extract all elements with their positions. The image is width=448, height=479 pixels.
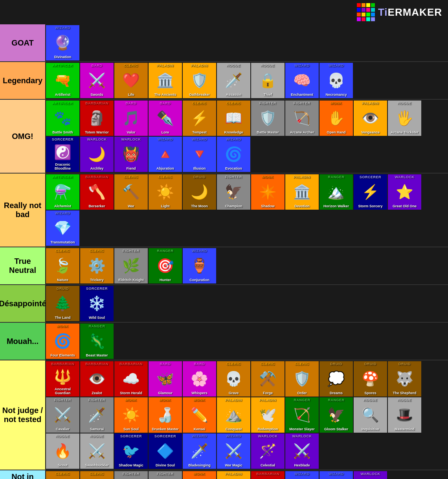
tier-item[interactable]: CLERIC💀Death [80,471,114,479]
tier-item[interactable]: PALADIN⛰️Conquest [217,397,250,433]
item-icon: 🌙 [88,142,106,167]
item-subclass-label: Abjuration [156,167,174,171]
tier-item[interactable]: WIZARD💀Necromancy [319,63,353,98]
tier-item[interactable]: PALADIN🏛️Devotion [285,174,319,210]
tier-item[interactable]: WIZARD⏳Graviturgy [285,471,319,479]
tier-item[interactable]: BARD🦋Glamour [149,361,182,397]
tier-item[interactable]: ROGUE🖐️Arcane Trickster [388,101,421,136]
item-class-label: DRUID [398,362,411,366]
tier-item[interactable]: CLERIC🍃Nature [46,248,79,283]
tier-item[interactable]: CLERIC🛡️Order [285,361,319,397]
tier-item[interactable]: PALADIN🏛️The Ancients [149,63,182,98]
tier-item[interactable]: FIGHTER🦅Champion [217,174,250,210]
tier-item[interactable]: BARBARIAN🛡️Battlerager [251,471,285,479]
tier-item[interactable]: ROGUE🎩Mastermind [388,397,421,433]
tier-item[interactable]: FIGHTER🐉Purple Dragon Knight [114,471,148,479]
item-subclass-label: Battle Master [257,131,279,135]
tier-item[interactable]: WIZARD🔻Illusion [183,137,216,172]
tier-item[interactable]: WARLOCK👤Undying [354,471,387,479]
tier-item[interactable]: WIZARD🗡️Bladesinging [183,433,216,469]
tier-item[interactable]: BARBARIAN👁️Zealot [80,361,114,397]
tier-item[interactable]: FIGHTER🏹Arcane Archer [285,101,319,136]
tier-item[interactable]: MONK✴️Shadow [251,174,285,210]
tier-item[interactable]: WIZARD⏱️Chronurgy [319,471,353,479]
tier-item[interactable]: SORCERER❄️Wild Soul [80,286,114,321]
tier-item[interactable]: RANGER🏹Monster Slayer [285,397,319,433]
tier-item[interactable]: RANGER🎯Hunter [149,248,182,283]
tier-item[interactable]: SORCERER🔷Divine Soul [149,433,182,469]
tier-item[interactable]: CLERIC🔨War [114,174,148,210]
tier-item[interactable]: DRUID🍄Spores [354,361,387,397]
tier-item[interactable]: BARD🌸Whispers [183,361,216,397]
tier-item[interactable]: DRUID🐺The Shepherd [388,361,421,397]
tier-item[interactable]: MONK✏️Kensei [183,397,216,433]
tier-item[interactable]: WARLOCK👹Fiend [114,137,148,172]
tier-item[interactable]: ROGUE🗡️Assassin [217,63,250,98]
tier-item[interactable]: DRUID💭Dreams [319,361,353,397]
item-subclass-label: Storm Herald [120,391,142,395]
tier-item[interactable]: CLERIC🌀Arcana [46,471,79,479]
tier-item[interactable]: BARD✒️Lore [149,101,182,136]
tier-item[interactable]: FIGHTER🌿Eldritch Knight [114,248,148,283]
tier-item[interactable]: PALADIN🕊️Redemption [251,397,285,433]
tier-label-legendary: Legendary [0,62,45,99]
tier-item[interactable]: MONK🌀Four Elements [46,324,79,359]
tier-item[interactable]: MONK🍶Drunken Master [149,397,182,433]
tier-item[interactable]: WARLOCK⚔️Hexblade [285,433,319,469]
tier-item[interactable]: BARBARIAN🗿Totem Warrior [80,101,114,136]
tier-item[interactable]: DRUID🌙The Moon [183,174,216,210]
tier-item[interactable]: FIGHTER⚔️Cavalier [46,397,79,433]
tier-item[interactable]: CLERIC⚒️Forge [251,361,285,397]
tier-item[interactable]: MONK☠️Long Death [183,471,216,479]
tier-item[interactable]: SORCERER☯️Draconic Bloodline [46,137,79,172]
tier-item[interactable]: CLERIC💀Grave [217,361,250,397]
tier-item[interactable]: MONK☀️Sun Soul [114,397,148,433]
tier-item[interactable]: BARBARIAN🔱Ancestral Guardian [46,361,79,397]
tier-item[interactable]: WIZARD🌀Evocation [217,137,250,172]
tier-item[interactable]: CLERIC📖Knowledge [217,101,250,136]
item-icon: 👑 [225,476,242,479]
tier-item[interactable]: CLERIC❤️Life [114,63,148,98]
tier-item[interactable]: BARD⚔️Swords [80,63,114,98]
tier-item[interactable]: WARLOCK⭐Great Old One [388,174,421,210]
tier-item[interactable]: DRUID🌲The Land [46,286,79,321]
tier-item[interactable]: PALADIN👑The Crown [217,471,250,479]
tier-item[interactable]: BARBARIAN☁️Storm Herald [114,361,148,397]
tier-item[interactable]: WARLOCK🌙Archfey [80,137,114,172]
item-class-label: CLERIC [55,249,70,253]
tier-item[interactable]: RANGER🦎Beast Master [80,324,114,359]
tier-item[interactable]: WIZARD🔮Divination [46,25,79,60]
item-subclass-label: Celestial [261,464,275,468]
tier-item[interactable]: WIZARD💎Transmutation [46,210,79,246]
tier-item[interactable]: SORCERER🐦Shadow Magic [114,433,148,469]
tier-item[interactable]: WIZARD🔺Abjuration [149,137,182,172]
tier-item[interactable]: ROGUE⚔️Swashbuckler [80,433,114,469]
tier-item[interactable]: ROGUE🔒Thief [251,63,285,98]
tier-item[interactable]: CLERIC☀️Light [149,174,182,210]
tier-item[interactable]: CLERIC⚙️Trickery [80,248,114,283]
tier-item[interactable]: WIZARD⚔️War Magic [217,433,250,469]
tier-item[interactable]: MONK✋Open Hand [319,101,353,136]
tier-item[interactable]: WARLOCK🪄Celestial [251,433,285,469]
tier-item[interactable]: FIGHTER🗡️Samurai [80,397,114,433]
tier-item[interactable]: RANGER🦅Gloom Stalker [319,397,353,433]
tier-item[interactable]: PALADIN👁️Vengeance [354,101,387,136]
logo-cell [362,17,365,21]
tier-item[interactable]: BARD🎵Valor [114,101,148,136]
tier-item[interactable]: FIGHTER👤Echo Knight [149,471,182,479]
tier-item[interactable]: FIGHTER🛡️Battle Master [251,101,285,136]
tier-row-neutral: True NeutralCLERIC🍃NatureCLERIC⚙️Tricker… [0,247,448,285]
tier-item[interactable]: PALADIN🛡️Oathbreaker [183,63,216,98]
item-subclass-label: Mastermind [395,428,415,431]
tier-item[interactable]: SORCERER⚡Storm Sorcery [354,174,387,210]
tier-item[interactable]: CLERIC⚡Tempest [183,101,216,136]
tier-item[interactable]: WIZARD🧠Enchantment [285,63,319,98]
tier-item[interactable]: WIZARD🏺Conjuration [183,248,216,283]
tier-item[interactable]: ARTIFICER🐾Battle Smith [46,101,79,136]
tier-item[interactable]: ROGUE🔥Scout [46,433,79,469]
tier-item[interactable]: ROGUE🔍Inquisitive [354,397,387,433]
tier-item[interactable]: BARBARIAN🪓Berserker [80,174,114,210]
tier-item[interactable]: ARTIFICER⚗️Alchemist [46,174,79,210]
tier-item[interactable]: RANGER🏔️Horizon Walker [319,174,353,210]
tier-item[interactable]: ARTIFICER🔫Artillerist [46,63,79,98]
